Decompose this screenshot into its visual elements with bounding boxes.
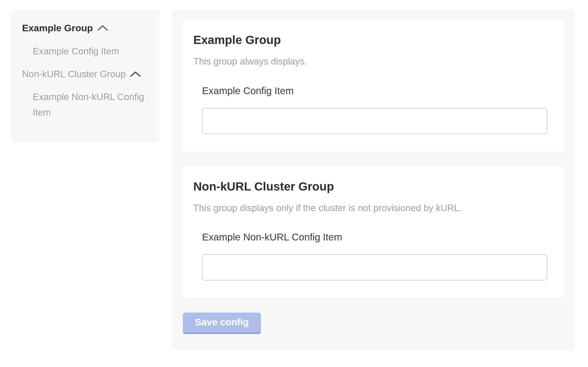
group-title: Example Group [193,33,547,47]
group-description: This group displays only if the cluster … [193,202,547,214]
sidebar-group-label: Non-kURL Cluster Group [22,68,126,80]
group-title: Non-kURL Cluster Group [193,180,547,194]
chevron-up-icon [97,25,108,31]
config-area: Example Group This group always displays… [172,10,575,350]
group-description: This group always displays. [193,56,547,67]
config-nav-sidebar: Example Group Example Config Item Non-kU… [11,10,159,142]
save-config-button[interactable]: Save config [183,313,261,334]
sidebar-group-example-group[interactable]: Example Group [22,22,149,34]
chevron-up-icon [130,71,141,78]
config-item: Example Non-kURL Config Item [202,231,547,280]
example-config-item-input[interactable] [202,108,547,134]
config-item: Example Config Item [202,85,547,134]
sidebar-group-label: Example Group [22,22,93,34]
config-item-label: Example Config Item [202,85,547,97]
sidebar-group-non-kurl-cluster-group[interactable]: Non-kURL Cluster Group [22,68,149,80]
config-item-label: Example Non-kURL Config Item [202,231,547,243]
example-non-kurl-config-item-input[interactable] [202,254,547,280]
config-group-card-non-kurl-cluster-group: Non-kURL Cluster Group This group displa… [183,166,564,298]
sidebar-item-example-config-item[interactable]: Example Config Item [33,43,148,59]
sidebar-item-example-non-kurl-config-item[interactable]: Example Non-kURL Config Item [33,89,148,120]
config-group-card-example-group: Example Group This group always displays… [183,20,564,152]
